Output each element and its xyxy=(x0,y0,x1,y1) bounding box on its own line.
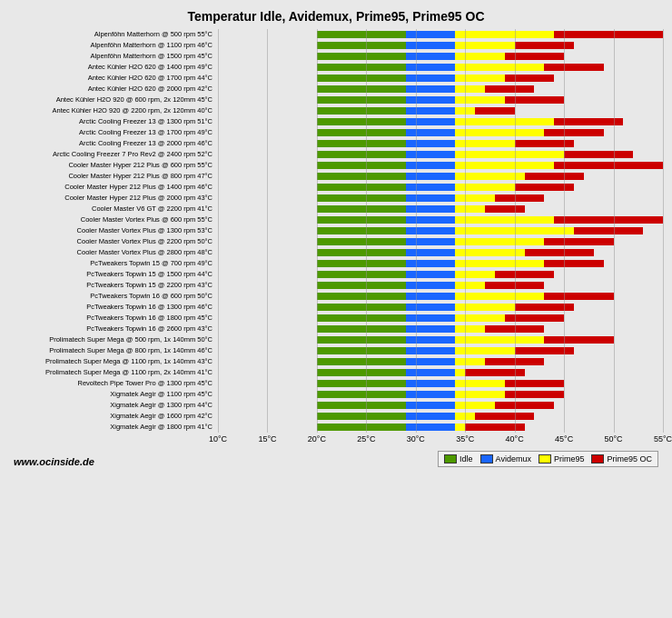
row-label: Cooler Master Vortex Plus @ 2200 rpm 50°… xyxy=(9,236,218,246)
prime95-segment xyxy=(455,260,544,267)
idle-segment xyxy=(317,184,406,191)
idle-segment xyxy=(317,42,406,49)
idle-segment xyxy=(317,260,406,267)
row-label: PcTweakers Topwin 15 @ 700 rpm 49°C xyxy=(9,258,218,268)
prime95oc-segment xyxy=(485,358,544,365)
prime95oc-segment xyxy=(485,205,525,213)
prime95-segment xyxy=(455,347,514,354)
row-label: PcTweakers Topwin 15 @ 2200 rpm 43°C xyxy=(9,280,218,290)
legend-item: Prime95 OC xyxy=(591,454,652,464)
avidemux-segment xyxy=(406,260,455,267)
prime95oc-segment xyxy=(465,424,524,431)
row-label: Cooler Master Hyper 212 Plus @ 1400 rpm … xyxy=(9,182,218,192)
idle-segment xyxy=(317,107,406,115)
row-label: Alpenföhn Matterhorn @ 1500 rpm 45°C xyxy=(9,51,218,61)
avidemux-segment xyxy=(406,216,455,224)
idle-segment xyxy=(317,347,406,354)
avidemux-segment xyxy=(406,413,455,420)
row-label: PcTweakers Topwin 16 @ 1800 rpm 45°C xyxy=(9,313,218,323)
row-label: Arctic Cooling Freezer 7 Pro Rev2 @ 2400… xyxy=(9,149,218,159)
idle-segment xyxy=(317,369,406,376)
prime95-segment xyxy=(455,107,475,115)
idle-segment xyxy=(317,314,406,322)
prime95-segment xyxy=(455,75,504,82)
prime95oc-segment xyxy=(505,96,564,104)
prime95-segment xyxy=(455,402,495,409)
bar-row xyxy=(218,116,663,126)
row-label: Prolimatech Super Mega @ 800 rpm, 1x 140… xyxy=(9,345,218,355)
bar-row xyxy=(218,302,663,312)
prime95-segment xyxy=(455,336,544,344)
legend-item: Idle xyxy=(444,454,473,464)
row-label: Cooler Master Vortex Plus @ 1300 rpm 53°… xyxy=(9,225,218,235)
avidemux-segment xyxy=(406,194,455,202)
prime95oc-segment xyxy=(475,413,534,420)
prime95oc-segment xyxy=(505,314,564,322)
bar-row xyxy=(218,138,663,148)
prime95-segment xyxy=(455,42,514,49)
prime95-segment xyxy=(455,151,564,158)
bar-row xyxy=(218,324,663,334)
prime95oc-segment xyxy=(495,194,544,202)
bar-row xyxy=(218,345,663,355)
bar-row xyxy=(218,40,663,50)
idle-segment xyxy=(317,413,406,420)
row-label: Antec Kühler H2O 920 @ 600 rpm, 2x 120mm… xyxy=(9,95,218,105)
idle-segment xyxy=(317,227,406,234)
row-label: Xigmatek Aegir @ 1300 rpm 44°C xyxy=(9,400,218,410)
idle-segment xyxy=(317,304,406,311)
avidemux-segment xyxy=(406,336,455,344)
bars-column xyxy=(218,29,663,433)
x-axis-label: 25°C xyxy=(355,434,377,444)
bar-row xyxy=(218,400,663,410)
bar-row xyxy=(218,73,663,83)
idle-segment xyxy=(317,424,406,431)
row-label: Arctic Cooling Freezer 13 @ 1300 rpm 51°… xyxy=(9,116,218,126)
bar-row xyxy=(218,62,663,72)
row-label: Antec Kühler H2O 620 @ 1700 rpm 44°C xyxy=(9,73,218,83)
avidemux-segment xyxy=(406,424,455,431)
avidemux-segment xyxy=(406,53,455,60)
prime95oc-segment xyxy=(515,42,574,49)
avidemux-segment xyxy=(406,107,455,115)
x-axis-label: 20°C xyxy=(306,434,328,444)
prime95-segment xyxy=(455,205,485,213)
prime95-segment xyxy=(455,53,504,60)
chart-title: Temperatur Idle, Avidemux, Prime95, Prim… xyxy=(9,9,663,24)
avidemux-segment xyxy=(406,282,455,289)
row-label: Arctic Cooling Freezer 13 @ 2000 rpm 46°… xyxy=(9,138,218,148)
prime95-segment xyxy=(455,216,554,224)
x-axis-label: 35°C xyxy=(454,434,476,444)
row-label: Xigmatek Aegir @ 1600 rpm 42°C xyxy=(9,411,218,421)
idle-segment xyxy=(317,162,406,169)
bar-row xyxy=(218,127,663,137)
prime95-segment xyxy=(455,31,554,38)
bar-row xyxy=(218,193,663,203)
row-label: Arctic Cooling Freezer 13 @ 1700 rpm 49°… xyxy=(9,127,218,137)
prime95-segment xyxy=(455,358,485,365)
prime95oc-segment xyxy=(475,107,515,115)
prime95oc-segment xyxy=(554,216,663,224)
x-axis-label: 50°C xyxy=(603,434,625,444)
x-axis-label: 55°C xyxy=(652,434,672,444)
bar-row xyxy=(218,149,663,159)
idle-segment xyxy=(317,249,406,256)
prime95oc-segment xyxy=(544,260,603,267)
prime95oc-segment xyxy=(515,347,574,354)
prime95oc-segment xyxy=(525,249,594,256)
idle-segment xyxy=(317,358,406,365)
x-axis-label: 15°C xyxy=(256,434,278,444)
legend: IdleAvidemuxPrime95Prime95 OC xyxy=(438,451,658,467)
avidemux-segment xyxy=(406,325,455,333)
prime95-segment xyxy=(455,293,544,300)
prime95oc-segment xyxy=(505,75,554,82)
avidemux-segment xyxy=(406,42,455,49)
idle-segment xyxy=(317,216,406,224)
prime95oc-segment xyxy=(554,162,663,169)
bar-row xyxy=(218,214,663,224)
bar-row xyxy=(218,236,663,246)
prime95oc-segment xyxy=(495,402,554,409)
prime95oc-segment xyxy=(574,227,643,234)
prime95-segment xyxy=(455,118,554,125)
idle-segment xyxy=(317,194,406,202)
